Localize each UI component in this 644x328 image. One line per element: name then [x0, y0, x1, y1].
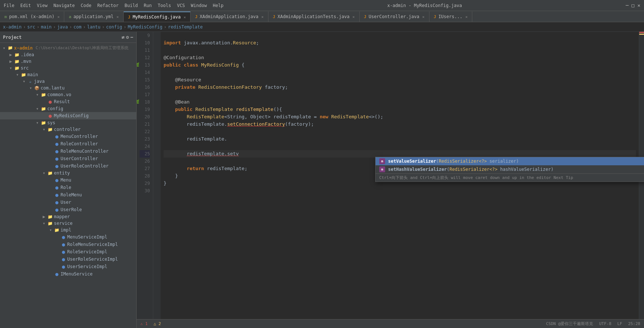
menu-refactor[interactable]: Refactor	[97, 3, 119, 8]
sidebar-settings-icon[interactable]: ⚙	[126, 34, 129, 40]
tab-application[interactable]: a application.yml ✕	[64, 11, 123, 22]
tab-pom-close[interactable]: ✕	[57, 15, 59, 19]
menu-navigate[interactable]: Navigate	[54, 3, 75, 8]
tree-label: RoleServiceImpl	[67, 249, 107, 254]
tab-application-close[interactable]: ✕	[116, 15, 119, 19]
autocomplete-item-setvalue[interactable]: m setValueSerializer(RedisSerializer<?> …	[376, 157, 644, 165]
breadcrumb-java[interactable]: java	[57, 24, 68, 30]
tree-item-userroleserviceimpl[interactable]: ▶ ● UserRoleServiceImpl	[0, 256, 136, 263]
main-content: Project ⇄ ⚙ − ▾ 📁 x-admin C:\Users\dacai…	[0, 32, 644, 328]
autocomplete-item-sethashvalue[interactable]: m setHashValueSerializer(RedisSerializer…	[376, 165, 644, 173]
breadcrumb-xadmin[interactable]: x-admin	[3, 24, 22, 30]
tab-iusers[interactable]: J IUsers... ✕	[429, 11, 473, 22]
tab-usercontroller-close[interactable]: ✕	[422, 15, 424, 19]
menu-build[interactable]: Build	[124, 3, 138, 8]
tree-item-rolemenuserviceimpl[interactable]: ▶ ● RoleMenuServiceImpl	[0, 241, 136, 248]
tab-xadmintests[interactable]: J XAdminApplicationTests.java ✕	[268, 11, 360, 22]
tab-xadmin[interactable]: J XAdminApplication.java ✕	[191, 11, 268, 22]
tree-item-impl[interactable]: ▾ 📁 impl	[0, 227, 136, 233]
tree-item-role[interactable]: ▶ ● Role	[0, 184, 136, 191]
maximize-button[interactable]: □	[631, 3, 634, 8]
breadcrumb-config[interactable]: config	[106, 24, 122, 30]
java-file-icon: ●	[54, 163, 60, 169]
menu-window[interactable]: Window	[191, 3, 207, 8]
menu-bar-items[interactable]: File Edit View Navigate Code Refactor Bu…	[4, 3, 223, 8]
status-right: CSDN @爱你三千遍斯塔克 UTF-8 LF 25:28	[546, 321, 640, 327]
tree-item-rolecontroller[interactable]: ▶ ● RoleController	[0, 140, 136, 148]
tab-iusers-close[interactable]: ✕	[465, 15, 467, 19]
tab-xadmintests-close[interactable]: ✕	[353, 15, 355, 19]
tree-item-config[interactable]: ▾ 📁 config	[0, 105, 136, 112]
sidebar-sync-icon[interactable]: ⇄	[122, 34, 125, 40]
tree-item-entity[interactable]: ▾ 📁 entity	[0, 170, 136, 176]
tree-item-java[interactable]: ▾ ☕ java	[0, 78, 136, 85]
tab-usercontroller[interactable]: J UserController.java ✕	[360, 11, 429, 22]
tree-item-src[interactable]: ▾ 📁 src	[0, 65, 136, 71]
tree-item-usercontroller[interactable]: ▶ ● UserController	[0, 155, 136, 162]
tree-label: Role	[61, 185, 71, 190]
tree-item-result[interactable]: ▶ ● Result	[0, 98, 136, 105]
tree-label: RoleMenu	[61, 192, 82, 197]
tree-label: config	[47, 106, 63, 111]
tree-item-controller[interactable]: ▾ 📁 controller	[0, 126, 136, 133]
tab-pom[interactable]: m pom.xml (x-admin) ✕	[0, 11, 64, 22]
editor-tabs: m pom.xml (x-admin) ✕ a application.yml …	[0, 11, 644, 22]
tree-item-comlantu[interactable]: ▾ 📦 com.lantu	[0, 85, 136, 91]
tab-xadmin-close[interactable]: ✕	[261, 15, 264, 19]
status-warnings: △ 2	[154, 321, 161, 326]
breadcrumb-main[interactable]: main	[41, 24, 52, 30]
tree-label: RoleMenuController	[61, 149, 109, 154]
menu-tools[interactable]: Tools	[158, 3, 171, 8]
breadcrumb-lantu[interactable]: lantu	[87, 24, 100, 30]
autocomplete-popup[interactable]: m setValueSerializer(RedisSerializer<?> …	[375, 157, 644, 182]
tree-label: UserController	[61, 156, 98, 161]
menu-help[interactable]: Help	[213, 3, 223, 8]
tree-item-main[interactable]: ▾ 📁 main	[0, 71, 136, 78]
tree-item-user[interactable]: ▶ ● User	[0, 199, 136, 206]
tree-item-menucontroller[interactable]: ▶ ● MenuController	[0, 133, 136, 140]
tree-item-sys[interactable]: ▾ 📁 sys	[0, 119, 136, 126]
folder-icon: 📁	[21, 72, 27, 77]
tree-item-myredisconfig[interactable]: ▶ ● MyRedisConfig	[0, 112, 136, 119]
tree-item-roleserviceimpl[interactable]: ▶ ● RoleServiceImpl	[0, 248, 136, 256]
tree-item-service[interactable]: ▾ 📁 service	[0, 220, 136, 227]
breadcrumb-myredisconfig[interactable]: MyRedisConfig	[128, 24, 162, 30]
tree-item-xadmin[interactable]: ▾ 📁 x-admin C:\Users\dacai\Desktop\神盾局特工…	[0, 44, 136, 51]
menu-file[interactable]: File	[4, 3, 14, 8]
tree-item-mapper[interactable]: ▶ 📁 mapper	[0, 213, 136, 220]
minimize-button[interactable]: ─	[626, 3, 629, 8]
tree-item-commonvo[interactable]: ▾ 📁 common.vo	[0, 91, 136, 98]
menu-run[interactable]: Run	[144, 3, 152, 8]
tree-item-userrole[interactable]: ▶ ● UserRole	[0, 206, 136, 213]
tree-item-rolemenucontroller[interactable]: ▶ ● RoleMenuController	[0, 148, 136, 155]
tab-myredisconfig-label: MyRedisConfig.java	[133, 14, 181, 20]
breadcrumb-com[interactable]: com	[73, 24, 82, 30]
folder-icon: 📁	[7, 45, 13, 50]
tree-item-menuserviceimpl[interactable]: ▶ ● MenuServiceImpl	[0, 233, 136, 241]
java-file-icon: ●	[47, 113, 53, 119]
tree-item-menu[interactable]: ▶ ● Menu	[0, 176, 136, 184]
menu-vcs[interactable]: VCS	[177, 3, 185, 8]
tree-item-userrolecontroller[interactable]: ▶ ● UserRoleController	[0, 162, 136, 170]
tree-label: UserServiceImpl	[67, 264, 107, 269]
close-button[interactable]: ✕	[637, 3, 640, 8]
sidebar-header: Project ⇄ ⚙ −	[0, 32, 136, 43]
java-file-icon: ●	[54, 177, 60, 183]
tree-item-imenuservice[interactable]: ▶ ● IMenuService	[0, 270, 136, 278]
tree-item-rolemenu[interactable]: ▶ ● RoleMenu	[0, 191, 136, 199]
menu-code[interactable]: Code	[81, 3, 92, 8]
tree-label: java	[34, 79, 45, 84]
breadcrumb-redistemplate[interactable]: redisTemplate	[168, 24, 203, 30]
sidebar-collapse-icon[interactable]: −	[130, 34, 133, 40]
tree-item-mvn[interactable]: ▶ 📁 .mvn	[0, 58, 136, 65]
tree-item-idea[interactable]: ▶ 📁 .idea	[0, 51, 136, 58]
tab-myredisconfig-close[interactable]: ✕	[184, 15, 186, 19]
tab-myredisconfig[interactable]: J MyRedisConfig.java ✕	[124, 11, 191, 22]
menu-edit[interactable]: Edit	[20, 3, 31, 8]
editor-content[interactable]: 9 10 11 12 13 🌿 14 15 16 17 18 🌿 19 20 2…	[137, 32, 644, 319]
tab-usercontroller-label: UserController.java	[369, 14, 419, 19]
menu-view[interactable]: View	[37, 3, 48, 8]
java-file-icon: ●	[61, 249, 66, 255]
breadcrumb-src[interactable]: src	[27, 24, 35, 30]
tree-item-userserviceimpl[interactable]: ▶ ● UserServiceImpl	[0, 263, 136, 270]
